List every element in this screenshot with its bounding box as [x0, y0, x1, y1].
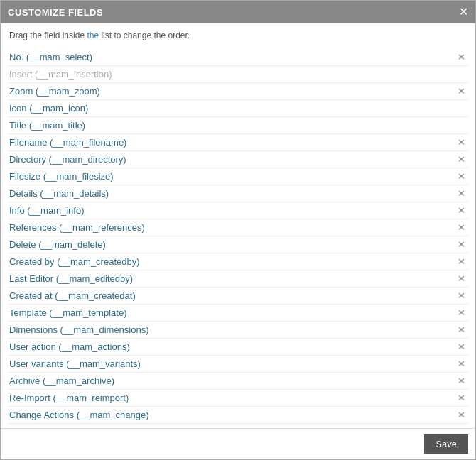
remove-field-button[interactable]: ✕ [456, 189, 467, 198]
field-label: Change Actions (__mam_change) [9, 410, 149, 420]
field-label: Filename (__mam_filename) [9, 137, 126, 148]
remove-field-button[interactable]: ✕ [456, 342, 467, 351]
field-item: Directory (__mam_directory)✕ [8, 151, 468, 168]
field-label: Icon (__mam_icon) [9, 103, 88, 114]
remove-field-button[interactable]: ✕ [456, 291, 467, 300]
remove-field-button[interactable]: ✕ [456, 325, 467, 334]
field-item: Dimensions (__mam_dimensions)✕ [8, 322, 468, 339]
remove-field-button[interactable]: ✕ [456, 257, 467, 266]
field-label: Archive (__mam_archive) [9, 376, 114, 386]
save-button[interactable]: Save [424, 434, 468, 454]
remove-field-button[interactable]: ✕ [456, 206, 467, 215]
close-button[interactable]: ✕ [459, 6, 468, 18]
field-label: Created by (__mam_createdby) [9, 256, 140, 267]
field-item: Delete (__mam_delete)✕ [8, 236, 468, 253]
field-label: Info (__mam_info) [9, 205, 85, 216]
field-item: Title (__mam_title)✕ [8, 117, 468, 134]
instruction-highlight: the [87, 31, 99, 40]
remove-field-button[interactable]: ✕ [456, 274, 467, 283]
remove-field-button[interactable]: ✕ [456, 393, 467, 402]
field-label: No. (__mam_select) [9, 52, 92, 62]
remove-field-button[interactable]: ✕ [456, 376, 467, 385]
field-label: Zoom (__mam_zoom) [9, 86, 100, 97]
field-label: User action (__mam_actions) [9, 341, 130, 352]
modal-header: CUSTOMIZE FIELDS ✕ [1, 1, 475, 23]
field-label: Delete (__mam_delete) [9, 239, 106, 250]
field-item: Created at (__mam_createdat)✕ [8, 288, 468, 305]
field-label: Template (__mam_template) [9, 307, 126, 318]
field-item: Details (__mam_details)✕ [8, 185, 468, 202]
field-item: User variants (__mam_variants)✕ [8, 356, 468, 373]
field-item: References (__mam_references)✕ [8, 219, 468, 236]
field-item: User action (__mam_actions)✕ [8, 339, 468, 356]
field-label: Insert (__mam_insertion) [9, 69, 112, 80]
remove-field-button[interactable]: ✕ [456, 223, 467, 232]
instruction-text: Drag the field inside the list to change… [8, 31, 468, 40]
field-item: Zoom (__mam_zoom)✕ [8, 83, 468, 100]
field-item: No. (__mam_select)✕ [8, 49, 468, 66]
modal-title: CUSTOMIZE FIELDS [8, 7, 103, 18]
field-label: Details (__mam_details) [9, 188, 109, 199]
field-item: Change Actions (__mam_change)✕ [8, 407, 468, 424]
field-item: Filesize (__mam_filesize)✕ [8, 168, 468, 185]
field-item: Filename (__mam_filename)✕ [8, 134, 468, 151]
field-label: Last Editor (__mam_editedby) [9, 273, 133, 284]
field-label: Title (__mam_title) [9, 120, 85, 131]
field-item: Template (__mam_template)✕ [8, 305, 468, 322]
field-label: Re-Import (__mam_reimport) [9, 393, 129, 403]
field-label: Created at (__mam_createdat) [9, 290, 136, 301]
field-label: User variants (__mam_variants) [9, 358, 141, 369]
field-label: Dimensions (__mam_dimensions) [9, 324, 149, 335]
remove-field-button[interactable]: ✕ [456, 308, 467, 317]
customize-fields-modal: CUSTOMIZE FIELDS ✕ Drag the field inside… [0, 0, 476, 460]
field-item: Insert (__mam_insertion)✕ [8, 66, 468, 83]
field-label: References (__mam_references) [9, 222, 145, 233]
field-item: Archive (__mam_archive)✕ [8, 373, 468, 390]
field-list: No. (__mam_select)✕Insert (__mam_inserti… [8, 49, 468, 428]
remove-field-button[interactable]: ✕ [456, 87, 467, 96]
field-item: Icon (__mam_icon)✕ [8, 100, 468, 117]
field-item: Created by (__mam_createdby)✕ [8, 253, 468, 270]
remove-field-button[interactable]: ✕ [456, 359, 467, 368]
field-item: Last Editor (__mam_editedby)✕ [8, 270, 468, 288]
remove-field-button[interactable]: ✕ [456, 410, 467, 420]
field-label: Filesize (__mam_filesize) [9, 171, 114, 182]
modal-footer: Save [1, 428, 475, 459]
remove-field-button[interactable]: ✕ [456, 155, 467, 164]
field-label: Directory (__mam_directory) [9, 154, 126, 165]
remove-field-button[interactable]: ✕ [456, 53, 467, 62]
remove-field-button[interactable]: ✕ [456, 138, 467, 147]
field-item: Info (__mam_info)✕ [8, 202, 468, 219]
remove-field-button[interactable]: ✕ [456, 172, 467, 181]
field-item: Re-Import (__mam_reimport)✕ [8, 390, 468, 407]
remove-field-button[interactable]: ✕ [456, 240, 467, 249]
modal-body: Drag the field inside the list to change… [1, 23, 475, 428]
